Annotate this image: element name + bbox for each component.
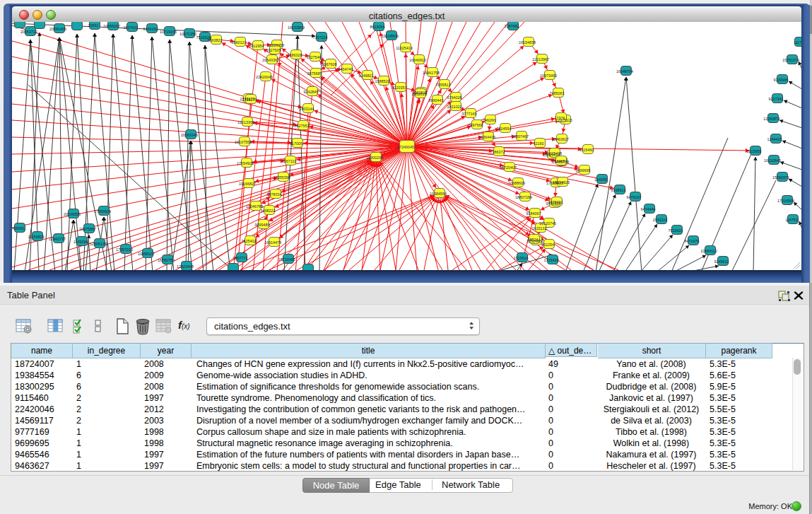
svg-text:16640910: 16640910 [409,58,426,62]
svg-text:16782759: 16782759 [158,258,175,262]
svg-text:12213369: 12213369 [237,120,254,124]
svg-text:9474444: 9474444 [641,207,656,211]
svg-text:11156829: 11156829 [28,235,44,239]
svg-text:17240045: 17240045 [397,145,414,149]
svg-text:18463627: 18463627 [552,137,569,141]
svg-text:8990443: 8990443 [429,98,444,103]
svg-text:6794028: 6794028 [447,95,462,100]
svg-text:11355394: 11355394 [273,175,290,180]
svg-text:19384554: 19384554 [430,192,447,196]
svg-text:252254: 252254 [541,243,554,247]
svg-text:2087682: 2087682 [505,24,519,28]
svg-text:11325419: 11325419 [396,46,413,50]
svg-text:10654112: 10654112 [700,249,717,253]
svg-text:10120746: 10120746 [539,221,556,226]
svg-text:11170: 11170 [794,40,801,45]
svg-text:9227341: 9227341 [769,97,784,101]
svg-text:164095: 164095 [594,177,607,182]
svg-text:15751074: 15751074 [782,58,799,62]
svg-text:18524: 18524 [528,238,539,242]
svg-text:9498222: 9498222 [261,209,276,213]
svg-text:7357224: 7357224 [313,35,328,40]
svg-text:746266: 746266 [483,118,495,122]
svg-text:15692971: 15692971 [772,175,789,180]
svg-text:7485063: 7485063 [550,91,565,95]
svg-text:8186328: 8186328 [288,53,302,57]
svg-text:8454749: 8454749 [339,67,353,71]
svg-text:917006: 917006 [290,141,302,146]
svg-text:1821022: 1821022 [447,105,462,109]
svg-text:1733426: 1733426 [544,258,559,262]
svg-text:20931: 20931 [88,23,99,28]
svg-text:17957223: 17957223 [116,247,133,252]
svg-text:9242845: 9242845 [304,90,319,94]
svg-text:7386372: 7386372 [490,150,505,154]
svg-text:7632621: 7632621 [669,228,683,233]
svg-text:20691406: 20691406 [49,27,66,31]
svg-text:3824554: 3824554 [497,127,512,131]
svg-text:8220357: 8220357 [392,86,407,90]
svg-text:8813054: 8813054 [370,25,385,29]
svg-text:16033809: 16033809 [288,25,305,30]
svg-text:23420046: 23420046 [256,75,273,79]
svg-text:9184067: 9184067 [526,211,541,216]
svg-text:16210643: 16210643 [764,158,781,163]
svg-text:1975692: 1975692 [548,200,563,204]
svg-text:10107553: 10107553 [235,140,252,144]
svg-text:15716485: 15716485 [278,257,295,262]
svg-text:3875685: 3875685 [307,71,322,76]
svg-text:12505135: 12505135 [90,242,107,246]
svg-text:9099489: 9099489 [255,223,270,227]
svg-text:20553712: 20553712 [20,30,37,34]
svg-text:8427552: 8427552 [295,124,310,128]
svg-text:9245612: 9245612 [714,259,729,264]
svg-text:9327546: 9327546 [307,55,322,59]
svg-text:8938913: 8938913 [611,188,626,192]
svg-text:19218506: 19218506 [382,34,399,38]
svg-text:17016504: 17016504 [777,199,794,203]
svg-text:9699695: 9699695 [576,168,591,173]
svg-text:16543362: 16543362 [262,58,279,62]
svg-text:10719155: 10719155 [160,30,177,34]
svg-text:7955812: 7955812 [436,83,451,87]
svg-text:9329966: 9329966 [774,78,789,82]
svg-text:12923448: 12923448 [177,264,194,269]
svg-text:1588520: 1588520 [375,79,390,83]
svg-text:6466160: 6466160 [143,27,158,31]
svg-text:2933114: 2933114 [653,218,668,222]
svg-text:8912954: 8912954 [249,44,264,48]
svg-text:2967608: 2967608 [322,62,337,66]
svg-text:9146821: 9146821 [359,74,374,78]
svg-text:1527602: 1527602 [124,25,139,30]
svg-text:1615132: 1615132 [532,226,547,230]
svg-text:1244415: 1244415 [767,137,782,141]
svg-text:19166827: 19166827 [239,182,256,186]
svg-text:17654925: 17654925 [237,161,254,165]
svg-text:10975867: 10975867 [79,227,96,231]
svg-text:9327505: 9327505 [266,48,281,52]
svg-text:8878334: 8878334 [267,192,282,197]
svg-text:6497568: 6497568 [469,123,483,127]
svg-text:10671355: 10671355 [180,32,196,36]
svg-text:2718170: 2718170 [242,98,257,102]
svg-text:116753: 116753 [785,218,798,222]
svg-text:9115460: 9115460 [579,148,594,152]
svg-text:7515526: 7515526 [196,35,211,40]
svg-text:12213967: 12213967 [532,57,549,62]
svg-text:15720407: 15720407 [500,165,517,170]
svg-text:9657771: 9657771 [233,256,248,260]
svg-text:12942737: 12942737 [49,237,66,241]
svg-text:3267110: 3267110 [282,159,297,163]
svg-text:1362615: 1362615 [412,92,427,96]
svg-text:8660123: 8660123 [232,40,247,45]
svg-text:20364436: 20364436 [478,135,495,139]
svg-text:10973493: 10973493 [540,74,557,78]
svg-text:20053346: 20053346 [181,133,198,137]
svg-text:62160: 62160 [534,141,544,146]
svg-text:435061: 435061 [12,226,25,230]
svg-text:10958107: 10958107 [138,252,155,256]
svg-text:16154838: 16154838 [519,40,536,45]
svg-text:17859924: 17859924 [94,209,111,214]
svg-text:16648794: 16648794 [616,69,633,74]
svg-text:16961758: 16961758 [423,71,440,75]
